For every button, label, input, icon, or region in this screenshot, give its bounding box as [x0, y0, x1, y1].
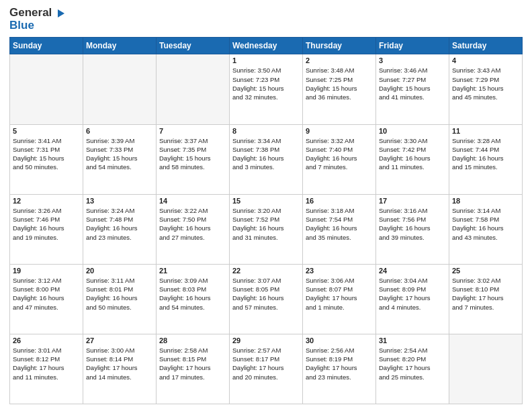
- day-info: Sunrise: 3:06 AMSunset: 8:07 PMDaylight:…: [306, 276, 373, 312]
- day-number: 31: [379, 336, 446, 345]
- day-number: 1: [232, 56, 300, 64]
- logo-text: General Blue: [9, 7, 66, 32]
- day-cell: 25Sunrise: 3:02 AMSunset: 8:10 PMDayligh…: [449, 264, 523, 334]
- day-info: Sunrise: 3:43 AMSunset: 7:29 PMDaylight:…: [452, 66, 519, 101]
- day-cell: 21Sunrise: 3:09 AMSunset: 8:03 PMDayligh…: [157, 264, 230, 334]
- day-number: 5: [13, 127, 80, 135]
- day-cell: 24Sunrise: 3:04 AMSunset: 8:09 PMDayligh…: [376, 264, 449, 334]
- day-info: Sunrise: 3:50 AMSunset: 7:23 PMDaylight:…: [232, 66, 300, 101]
- day-info: Sunrise: 2:57 AMSunset: 8:17 PMDaylight:…: [232, 346, 300, 381]
- page: General Blue SundayMondayTuesdayWednesda…: [0, 0, 532, 411]
- day-number: 2: [306, 56, 373, 64]
- day-number: 7: [159, 127, 226, 135]
- day-number: 24: [379, 267, 446, 275]
- svg-marker-0: [58, 9, 64, 17]
- day-info: Sunrise: 3:18 AMSunset: 7:54 PMDaylight:…: [306, 206, 373, 242]
- col-header-friday: Friday: [376, 38, 449, 54]
- week-row-4: 19Sunrise: 3:12 AMSunset: 8:00 PMDayligh…: [10, 264, 523, 334]
- day-info: Sunrise: 3:48 AMSunset: 7:25 PMDaylight:…: [306, 66, 373, 101]
- day-cell: 20Sunrise: 3:11 AMSunset: 8:01 PMDayligh…: [83, 264, 157, 334]
- day-number: 28: [159, 336, 226, 345]
- day-cell: 19Sunrise: 3:12 AMSunset: 8:00 PMDayligh…: [10, 264, 83, 334]
- day-cell: 31Sunrise: 2:54 AMSunset: 8:20 PMDayligh…: [376, 334, 449, 404]
- day-cell: 10Sunrise: 3:30 AMSunset: 7:42 PMDayligh…: [376, 124, 449, 194]
- day-cell: 26Sunrise: 3:01 AMSunset: 8:12 PMDayligh…: [10, 334, 83, 404]
- day-number: 17: [379, 197, 446, 205]
- day-cell: 9Sunrise: 3:32 AMSunset: 7:40 PMDaylight…: [303, 124, 376, 194]
- day-info: Sunrise: 3:28 AMSunset: 7:44 PMDaylight:…: [452, 136, 519, 172]
- day-info: Sunrise: 3:37 AMSunset: 7:35 PMDaylight:…: [159, 136, 226, 172]
- day-cell: 30Sunrise: 2:56 AMSunset: 8:19 PMDayligh…: [303, 334, 376, 404]
- day-cell: 7Sunrise: 3:37 AMSunset: 7:35 PMDaylight…: [157, 124, 230, 194]
- week-row-1: 1Sunrise: 3:50 AMSunset: 7:23 PMDaylight…: [10, 54, 523, 124]
- day-number: 3: [379, 56, 446, 64]
- week-row-3: 12Sunrise: 3:26 AMSunset: 7:46 PMDayligh…: [10, 194, 523, 264]
- day-number: 14: [159, 197, 226, 205]
- day-number: 15: [232, 197, 300, 205]
- col-header-tuesday: Tuesday: [157, 38, 230, 54]
- day-number: 4: [452, 56, 519, 64]
- day-cell: 23Sunrise: 3:06 AMSunset: 8:07 PMDayligh…: [303, 264, 376, 334]
- week-row-5: 26Sunrise: 3:01 AMSunset: 8:12 PMDayligh…: [10, 334, 523, 404]
- day-cell: [157, 54, 230, 124]
- day-cell: 22Sunrise: 3:07 AMSunset: 8:05 PMDayligh…: [230, 264, 303, 334]
- day-info: Sunrise: 3:41 AMSunset: 7:31 PMDaylight:…: [13, 136, 80, 172]
- day-number: 6: [86, 127, 153, 135]
- day-info: Sunrise: 3:00 AMSunset: 8:14 PMDaylight:…: [86, 346, 153, 381]
- day-info: Sunrise: 3:09 AMSunset: 8:03 PMDaylight:…: [159, 276, 226, 312]
- day-cell: 16Sunrise: 3:18 AMSunset: 7:54 PMDayligh…: [303, 194, 376, 264]
- day-info: Sunrise: 3:02 AMSunset: 8:10 PMDaylight:…: [452, 276, 519, 312]
- day-info: Sunrise: 3:26 AMSunset: 7:46 PMDaylight:…: [13, 206, 80, 242]
- day-number: 27: [86, 336, 153, 345]
- day-cell: 6Sunrise: 3:39 AMSunset: 7:33 PMDaylight…: [83, 124, 157, 194]
- day-cell: 8Sunrise: 3:34 AMSunset: 7:38 PMDaylight…: [230, 124, 303, 194]
- day-info: Sunrise: 3:20 AMSunset: 7:52 PMDaylight:…: [232, 206, 300, 242]
- day-cell: [10, 54, 83, 124]
- day-cell: 29Sunrise: 2:57 AMSunset: 8:17 PMDayligh…: [230, 334, 303, 404]
- day-number: 22: [232, 267, 300, 275]
- day-cell: 12Sunrise: 3:26 AMSunset: 7:46 PMDayligh…: [10, 194, 83, 264]
- day-cell: [83, 54, 157, 124]
- col-header-sunday: Sunday: [10, 38, 83, 54]
- day-info: Sunrise: 3:04 AMSunset: 8:09 PMDaylight:…: [379, 276, 446, 312]
- day-number: 25: [452, 267, 519, 275]
- day-info: Sunrise: 3:34 AMSunset: 7:38 PMDaylight:…: [232, 136, 300, 172]
- day-cell: 15Sunrise: 3:20 AMSunset: 7:52 PMDayligh…: [230, 194, 303, 264]
- day-info: Sunrise: 3:14 AMSunset: 7:58 PMDaylight:…: [452, 206, 519, 242]
- calendar-header-row: SundayMondayTuesdayWednesdayThursdayFrid…: [10, 38, 523, 54]
- day-info: Sunrise: 3:24 AMSunset: 7:48 PMDaylight:…: [86, 206, 153, 242]
- col-header-monday: Monday: [83, 38, 157, 54]
- day-number: 26: [13, 336, 80, 345]
- day-cell: 5Sunrise: 3:41 AMSunset: 7:31 PMDaylight…: [10, 124, 83, 194]
- day-cell: 2Sunrise: 3:48 AMSunset: 7:25 PMDaylight…: [303, 54, 376, 124]
- day-cell: 28Sunrise: 2:58 AMSunset: 8:15 PMDayligh…: [157, 334, 230, 404]
- day-info: Sunrise: 3:07 AMSunset: 8:05 PMDaylight:…: [232, 276, 300, 312]
- day-number: 21: [159, 267, 226, 275]
- day-cell: 13Sunrise: 3:24 AMSunset: 7:48 PMDayligh…: [83, 194, 157, 264]
- day-number: 20: [86, 267, 153, 275]
- day-number: 8: [232, 127, 300, 135]
- calendar-table: SundayMondayTuesdayWednesdayThursdayFrid…: [9, 37, 523, 404]
- day-cell: 11Sunrise: 3:28 AMSunset: 7:44 PMDayligh…: [449, 124, 523, 194]
- logo-blue: Blue: [9, 19, 66, 32]
- day-info: Sunrise: 3:22 AMSunset: 7:50 PMDaylight:…: [159, 206, 226, 242]
- day-info: Sunrise: 2:58 AMSunset: 8:15 PMDaylight:…: [159, 346, 226, 381]
- logo-general: General: [9, 7, 66, 19]
- day-number: 12: [13, 197, 80, 205]
- col-header-saturday: Saturday: [449, 38, 523, 54]
- day-number: 29: [232, 336, 300, 345]
- day-cell: 1Sunrise: 3:50 AMSunset: 7:23 PMDaylight…: [230, 54, 303, 124]
- day-info: Sunrise: 3:46 AMSunset: 7:27 PMDaylight:…: [379, 66, 446, 101]
- day-number: 13: [86, 197, 153, 205]
- day-info: Sunrise: 2:54 AMSunset: 8:20 PMDaylight:…: [379, 346, 446, 381]
- day-cell: 27Sunrise: 3:00 AMSunset: 8:14 PMDayligh…: [83, 334, 157, 404]
- day-number: 23: [306, 267, 373, 275]
- day-number: 30: [306, 336, 373, 345]
- day-cell: [449, 334, 523, 404]
- day-number: 18: [452, 197, 519, 205]
- col-header-wednesday: Wednesday: [230, 38, 303, 54]
- day-cell: 4Sunrise: 3:43 AMSunset: 7:29 PMDaylight…: [449, 54, 523, 124]
- day-number: 19: [13, 267, 80, 275]
- logo: General Blue: [9, 7, 66, 32]
- day-cell: 3Sunrise: 3:46 AMSunset: 7:27 PMDaylight…: [376, 54, 449, 124]
